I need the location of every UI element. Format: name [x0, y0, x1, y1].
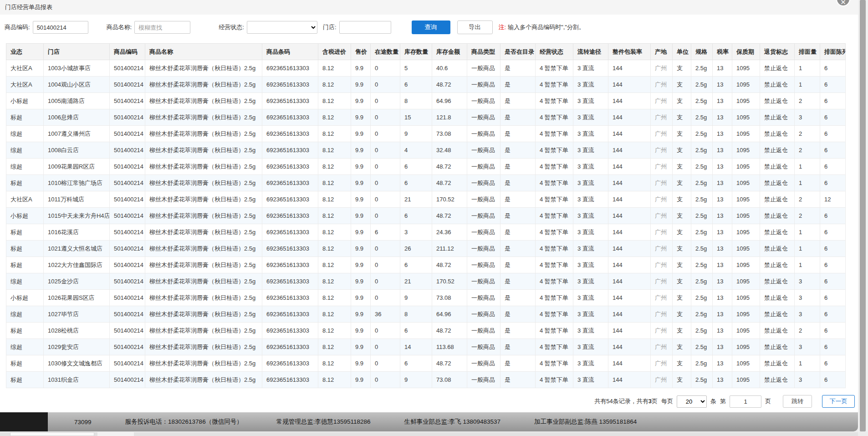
cell-return_flag: 禁止返仓	[760, 109, 795, 126]
cell-display_total: 6	[820, 241, 846, 257]
column-header-barcode: 商品条码	[262, 44, 318, 60]
status-select[interactable]	[247, 21, 317, 34]
cell-return_flag: 禁止返仓	[760, 273, 795, 290]
cell-name: 柳丝木舒柔花萃润唇膏（秋日桂语）2.5g	[145, 175, 262, 191]
cell-biz: 标超	[6, 257, 44, 273]
cell-type: 一般商品	[467, 257, 500, 273]
cell-transit: 36	[371, 306, 400, 323]
cell-price_in: 8.12	[318, 142, 351, 159]
cell-biz: 小标超	[6, 208, 44, 224]
cell-shelf_life: 1095	[732, 323, 760, 339]
cell-transit: 0	[371, 175, 400, 191]
product-code-input[interactable]	[33, 21, 88, 34]
cell-spec: 2.5g	[691, 77, 713, 93]
cell-price: 9.9	[351, 191, 371, 208]
store-input[interactable]	[339, 21, 391, 34]
column-header-display_total: 排面陈列量	[820, 44, 846, 60]
cell-price_in: 8.12	[318, 159, 351, 175]
page-scrollbar[interactable]	[858, 0, 868, 431]
page-number-input[interactable]	[730, 395, 761, 408]
background-page-edge	[0, 432, 858, 436]
cell-amount: 73.08	[432, 126, 467, 142]
cell-channel: 3 直流	[573, 175, 608, 191]
cell-origin: 广州	[651, 191, 673, 208]
cell-origin: 广州	[651, 159, 673, 175]
cell-barcode: 6923651613303	[262, 355, 318, 372]
cell-amount: 121.8	[432, 109, 467, 126]
cell-name: 柳丝木舒柔花萃润唇膏（秋日桂语）2.5g	[145, 241, 262, 257]
per-page-select[interactable]: 20	[677, 395, 707, 408]
cell-amount: 211.12	[432, 241, 467, 257]
cell-display_total: 6	[820, 339, 846, 355]
cell-origin: 广州	[651, 175, 673, 191]
cell-in_catalog: 是	[500, 126, 536, 142]
cell-spec: 2.5g	[691, 323, 713, 339]
cell-spec: 2.5g	[691, 355, 713, 372]
query-button[interactable]: 查询	[412, 21, 450, 34]
cell-biz: 小标超	[6, 290, 44, 306]
footer-item-director-3: 加工事业部副总监:陈燕 13595181864	[534, 418, 637, 426]
column-header-name: 商品名称	[145, 44, 262, 60]
cell-channel: 3 直流	[573, 224, 608, 241]
report-modal: ✕ 门店经营单品报表 商品编码: 商品名称: 经营状态: 门店: 查询 导出 注…	[0, 0, 858, 412]
cell-name: 柳丝木舒柔花萃润唇膏（秋日桂语）2.5g	[145, 126, 262, 142]
cell-store: 1011万科城店	[44, 191, 110, 208]
next-page-button[interactable]: 下一页	[822, 395, 855, 408]
cell-store: 1025金沙店	[44, 273, 110, 290]
cell-type: 一般商品	[467, 224, 500, 241]
cell-code: 501400214	[110, 224, 145, 241]
cell-return_flag: 禁止返仓	[760, 339, 795, 355]
cell-code: 501400214	[110, 241, 145, 257]
cell-amount: 170.52	[432, 273, 467, 290]
cell-price_in: 8.12	[318, 60, 351, 77]
cell-transit: 0	[371, 191, 400, 208]
cell-shelf_life: 1095	[732, 93, 760, 109]
cell-tax: 13	[713, 191, 732, 208]
cell-pack_rate: 144	[608, 273, 651, 290]
column-header-shelf_life: 保质期	[732, 44, 760, 60]
cell-return_flag: 禁止返仓	[760, 93, 795, 109]
cell-display_total: 6	[820, 257, 846, 273]
table-row: 大社区A1004观山小区店501400214柳丝木舒柔花萃润唇膏（秋日桂语）2.…	[6, 77, 846, 93]
export-button[interactable]: 导出	[457, 21, 493, 34]
cell-transit: 0	[371, 323, 400, 339]
cell-origin: 广州	[651, 241, 673, 257]
cell-display_total: 6	[820, 159, 846, 175]
cell-shelf_life: 1095	[732, 306, 760, 323]
records-summary: 共有54条记录，共有3页	[594, 397, 658, 405]
cell-amount: 48.72	[432, 257, 467, 273]
cell-biz: 标超	[6, 323, 44, 339]
cell-unit: 支	[673, 77, 691, 93]
cell-display: 1	[795, 77, 820, 93]
cell-barcode: 6923651613303	[262, 93, 318, 109]
column-header-price_in: 含税进价	[318, 44, 351, 60]
cell-code: 501400214	[110, 208, 145, 224]
cell-spec: 2.5g	[691, 142, 713, 159]
cell-return_flag: 禁止返仓	[760, 290, 795, 306]
cell-amount: 73.08	[432, 290, 467, 306]
scrollbar-thumb[interactable]	[860, 0, 866, 431]
cell-transit: 0	[371, 290, 400, 306]
table-row: 标超1022大方佳鑫国际店501400214柳丝木舒柔花萃润唇膏（秋日桂语）2.…	[6, 257, 846, 273]
cell-tax: 13	[713, 93, 732, 109]
cell-store: 1009花果园R区店	[44, 159, 110, 175]
cell-channel: 3 直流	[573, 339, 608, 355]
cell-price_in: 8.12	[318, 372, 351, 388]
product-name-input[interactable]	[134, 21, 190, 34]
cell-in_catalog: 是	[500, 60, 536, 77]
cell-pack_rate: 144	[608, 323, 651, 339]
cell-status: 4 暂禁下单	[536, 93, 573, 109]
cell-display: 1	[795, 60, 820, 77]
cell-barcode: 6923651613303	[262, 339, 318, 355]
cell-return_flag: 禁止返仓	[760, 323, 795, 339]
jump-button[interactable]: 跳转	[783, 395, 812, 408]
cell-barcode: 6923651613303	[262, 126, 318, 142]
cell-status: 4 暂禁下单	[536, 191, 573, 208]
cell-unit: 支	[673, 323, 691, 339]
cell-pack_rate: 144	[608, 142, 651, 159]
cell-display: 2	[795, 208, 820, 224]
cell-type: 一般商品	[467, 60, 500, 77]
cell-store: 1031织金店	[44, 372, 110, 388]
cell-name: 柳丝木舒柔花萃润唇膏（秋日桂语）2.5g	[145, 372, 262, 388]
cell-price_in: 8.12	[318, 77, 351, 93]
